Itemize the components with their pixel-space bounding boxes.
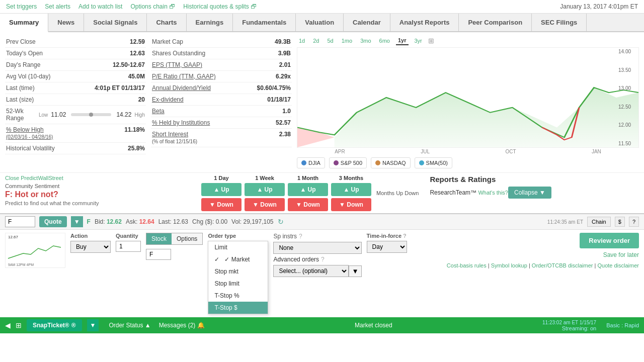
options-chain-link[interactable]: Options chain 🗗	[130, 3, 175, 10]
period-1month: 1 Month ▲ Up ▼ Down	[288, 175, 328, 211]
legend-nasdaq[interactable]: NASDAQ	[371, 157, 410, 168]
tab-charts[interactable]: Charts	[147, 14, 186, 31]
advanced-orders-label: Advanced orders	[273, 256, 319, 263]
legend-sma50[interactable]: SMA(50)	[415, 157, 452, 168]
options-tab[interactable]: Options	[172, 233, 202, 244]
period-1mo[interactable]: 1mo	[340, 37, 354, 45]
messages-btn[interactable]: Messages (2) 🔔	[159, 322, 205, 329]
up-1month-btn[interactable]: ▲ Up	[288, 183, 328, 196]
sp-instrs-label: Sp instrs	[273, 233, 297, 240]
historical-quotes-link[interactable]: Historical quotes & splits 🗗	[183, 3, 257, 10]
add-watchlist-link[interactable]: Add to watch list	[78, 3, 122, 10]
stat-held-institutions: % Held by Institutions 52.57	[151, 117, 292, 129]
period-1d[interactable]: 1d	[297, 37, 307, 45]
streaming-section: 11:23:02 am ET 1/15/17 Streaming: on	[542, 320, 596, 331]
up-1day-btn[interactable]: ▲ Up	[201, 183, 242, 196]
quantity-input[interactable]	[116, 241, 141, 252]
reports-title: Reports & Ratings	[430, 175, 551, 184]
order-type-limit[interactable]: Limit	[208, 241, 268, 253]
stat-last-time: Last (time) 4:01p ET 01/13/17	[5, 82, 146, 94]
down-1month-btn[interactable]: ▼ Down	[288, 198, 328, 211]
chain-btn[interactable]: Chain	[587, 217, 611, 227]
sp-instrs-help-icon[interactable]: ?	[299, 233, 302, 240]
set-triggers-link[interactable]: Set triggers	[6, 3, 37, 10]
what-this-link[interactable]: What's this?	[478, 190, 508, 196]
stat-prev-close: Prev Close 12.59	[5, 36, 146, 48]
reports-section: Reports & Ratings ResearchTeam™ What's t…	[426, 175, 555, 211]
period-3mo[interactable]: 3mo	[358, 37, 373, 45]
cost-basis-link[interactable]: Cost-basis rules	[447, 262, 487, 268]
dollar-btn[interactable]: $	[615, 217, 625, 227]
symbol-lookup-link[interactable]: Symbol lookup	[491, 262, 527, 268]
cost-basis-row: Cost-basis rules | Symbol lookup | Order…	[447, 262, 639, 268]
order-type-stop-limit[interactable]: Stop limit	[208, 278, 268, 290]
order-type-tstop-dollar[interactable]: T-Stop $	[208, 302, 268, 314]
legend-djia[interactable]: DJIA	[297, 157, 325, 168]
collapse-btn[interactable]: Collapse ▼	[508, 187, 551, 199]
period-1yr[interactable]: 1yr	[396, 36, 409, 45]
order-type-stop-mkt[interactable]: Stop mkt	[208, 265, 268, 278]
datetime-label: January 13, 2017 4:01pm ET	[560, 3, 638, 10]
market-status: Market closed	[355, 322, 392, 329]
quote-dropdown-arrow[interactable]: ▼	[71, 216, 83, 227]
ticker-link[interactable]: F	[87, 218, 91, 225]
grid-icon[interactable]: ⊞	[16, 321, 22, 329]
tif-select[interactable]: Day	[367, 241, 407, 253]
period-2d[interactable]: 2d	[311, 37, 321, 45]
quote-btn[interactable]: Quote	[39, 216, 67, 227]
stock-tab[interactable]: Stock	[146, 233, 172, 244]
stock-options-tabs: Stock Options	[146, 233, 203, 245]
down-3months-btn[interactable]: ▼ Down	[331, 198, 371, 211]
period-5d[interactable]: 5d	[326, 37, 336, 45]
snapticket-dropdown[interactable]: ▼	[87, 319, 99, 331]
order-type-market[interactable]: ✓ Market	[208, 253, 268, 265]
tab-valuation[interactable]: Valuation	[296, 14, 344, 31]
advanced-select[interactable]: Select... (optional)	[273, 265, 349, 277]
period-3yr[interactable]: 3yr	[413, 37, 424, 45]
ticker-input[interactable]	[5, 216, 35, 227]
period-updown-section: 1 Day ▲ Up ▼ Down 1 Week ▲ Up ▼ Down 1 M…	[201, 175, 421, 211]
tab-summary[interactable]: Summary	[0, 14, 48, 32]
quote-disclaimer-link[interactable]: Quote disclaimer	[597, 262, 639, 268]
tab-earnings[interactable]: Earnings	[187, 14, 233, 31]
save-later-link[interactable]: Save for later	[603, 251, 639, 258]
tif-help-icon[interactable]: ?	[403, 233, 407, 239]
snapticket-btn[interactable]: SnapTicket® ®	[27, 319, 82, 331]
chart-x-labels: APR JUL OCT JAN	[297, 149, 639, 154]
refresh-icon[interactable]: ↻	[278, 218, 284, 226]
order-type-tstop-pct[interactable]: T-Stop %	[208, 290, 268, 302]
stat-ex-dividend: Ex-dividend 01/18/17	[151, 94, 292, 106]
tab-social-signals[interactable]: Social Signals	[84, 14, 147, 31]
stat-beta: Beta 1.0	[151, 106, 292, 117]
advanced-help-icon[interactable]: ?	[321, 256, 325, 263]
down-1day-btn[interactable]: ▼ Down	[201, 198, 242, 211]
stat-market-cap: Market Cap 49.3B	[151, 36, 292, 48]
close-predictwall-link[interactable]: Close PredictWallStreet	[5, 175, 196, 181]
action-select[interactable]: Buy Sell	[70, 241, 111, 253]
order-type-wrapper: Market Limit ✓ Market Stop mkt Stop limi…	[208, 241, 268, 314]
help-btn[interactable]: ?	[629, 217, 639, 227]
mode-label: Basic : Rapid	[606, 322, 639, 328]
chart-expand-icon[interactable]: ⊞	[428, 37, 434, 45]
collapse-left-btn[interactable]: ◀	[5, 321, 11, 329]
stat-shares-outstanding: Shares Outstanding 3.9B	[151, 48, 292, 59]
advanced-dropdown-arrow[interactable]: ▼	[349, 265, 361, 277]
up-3months-btn[interactable]: ▲ Up	[331, 183, 371, 196]
tab-peer-comparison[interactable]: Peer Comparison	[459, 14, 532, 31]
tab-news[interactable]: News	[48, 14, 84, 31]
down-1week-btn[interactable]: ▼ Down	[245, 198, 285, 211]
tab-sec-filings[interactable]: SEC Filings	[532, 14, 587, 31]
svg-text:9AM 12PM 4PM: 9AM 12PM 4PM	[8, 263, 34, 266]
legend-sp500[interactable]: S&P 500	[329, 157, 367, 168]
order-status-btn[interactable]: Order Status ▲	[109, 322, 150, 329]
tab-analyst-reports[interactable]: Analyst Reports	[390, 14, 459, 31]
tab-calendar[interactable]: Calendar	[344, 14, 390, 31]
order-otcbb-link[interactable]: Order/OTCBB disclaimer	[532, 262, 593, 268]
tab-fundamentals[interactable]: Fundamentals	[233, 14, 296, 31]
up-1week-btn[interactable]: ▲ Up	[245, 183, 285, 196]
review-order-btn[interactable]: Review order	[580, 233, 639, 248]
period-6mo[interactable]: 6mo	[377, 37, 392, 45]
set-alerts-link[interactable]: Set alerts	[45, 3, 70, 10]
symbol-input[interactable]	[146, 249, 171, 260]
sp-instrs-select[interactable]: None	[273, 242, 361, 254]
